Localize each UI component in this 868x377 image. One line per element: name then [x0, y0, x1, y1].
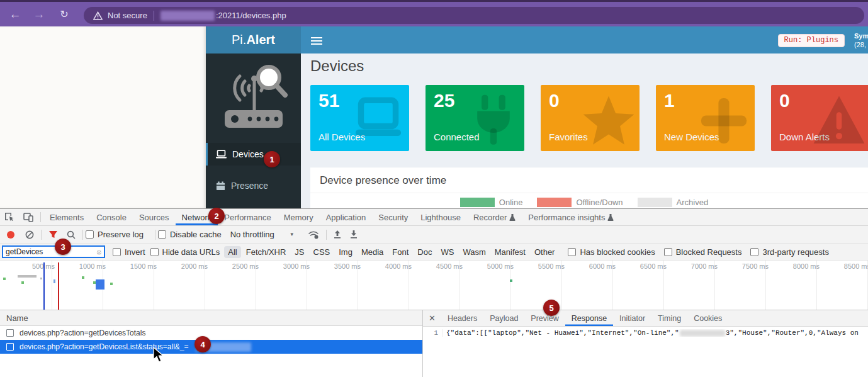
- clear-filter-icon[interactable]: ⦻: [97, 248, 101, 256]
- timeline-activity-mark: [58, 262, 59, 310]
- tab-security[interactable]: Security: [372, 209, 414, 225]
- tab-sources[interactable]: Sources: [133, 209, 176, 225]
- tab-response[interactable]: Response: [565, 310, 613, 326]
- checkbox-icon[interactable]: [158, 230, 166, 239]
- reload-icon[interactable]: ↻: [57, 7, 72, 22]
- tab-headers[interactable]: Headers: [441, 310, 483, 326]
- tab-cookies[interactable]: Cookies: [687, 310, 728, 326]
- checkbox-icon[interactable]: [568, 248, 576, 256]
- resource-type-filter[interactable]: Font: [388, 246, 412, 258]
- legend-item[interactable]: Offline/Down: [537, 198, 633, 207]
- annotation-badge-4: 4: [194, 336, 211, 352]
- calendar-icon: [216, 181, 225, 191]
- tab-memory[interactable]: Memory: [278, 209, 320, 225]
- resource-type-filter[interactable]: Wasm: [459, 246, 489, 258]
- search-icon[interactable]: [62, 230, 80, 239]
- close-icon[interactable]: ✕: [423, 310, 441, 326]
- run-plugins-button[interactable]: Run: Plugins: [778, 34, 845, 47]
- brand-pi: Pi.: [232, 33, 246, 47]
- legend-label: Archived: [677, 198, 709, 207]
- checkbox-icon[interactable]: [150, 248, 159, 256]
- name-column-header[interactable]: Name: [6, 313, 28, 323]
- stat-card-all-devices[interactable]: 51 All Devices: [310, 85, 409, 151]
- device-toolbar-icon[interactable]: [19, 209, 38, 225]
- annotation-badge-3: 3: [55, 239, 71, 255]
- request-row-get-devices-totals[interactable]: devices.php?action=getDevicesTotals: [0, 326, 422, 340]
- resource-type-filter[interactable]: WS: [437, 246, 458, 258]
- timeline-tick-label: 2500 ms: [213, 262, 259, 270]
- address-bar[interactable]: Not secure :20211/devices.php: [84, 7, 864, 24]
- app-sidebar: Devices Presence: [206, 53, 301, 208]
- resource-type-filter[interactable]: Doc: [414, 246, 436, 258]
- inspect-element-icon[interactable]: [0, 209, 19, 225]
- toolbar-divider: [326, 230, 327, 240]
- record-button[interactable]: [7, 231, 14, 239]
- network-conditions-icon[interactable]: [303, 230, 324, 239]
- clear-icon[interactable]: [21, 230, 38, 239]
- timeline-tick-label: 3500 ms: [315, 262, 361, 270]
- request-list-header[interactable]: Name: [0, 310, 422, 326]
- filter-input[interactable]: getDevices ⦻: [2, 245, 105, 258]
- resource-type-filter[interactable]: Other: [531, 246, 559, 258]
- stat-card-connected[interactable]: 25 Connected: [426, 85, 524, 151]
- tab-performance-insights[interactable]: Performance insights: [522, 209, 620, 225]
- resource-type-filter[interactable]: CSS: [310, 246, 334, 258]
- sidebar-item-devices[interactable]: Devices: [206, 143, 301, 166]
- stat-value: 51: [318, 90, 339, 111]
- timeline-activity-mark: [110, 283, 113, 285]
- resource-type-filter[interactable]: All: [224, 246, 240, 258]
- timeline-activity-mark: [43, 262, 45, 310]
- resource-type-filter[interactable]: Img: [335, 246, 356, 258]
- tab-lighthouse[interactable]: Lighthouse: [414, 209, 467, 225]
- throttling-dropdown[interactable]: No throttling ▼: [230, 230, 295, 239]
- request-list-panel: Name devices.php?action=getDevicesTotals…: [0, 310, 423, 377]
- checkbox-icon[interactable]: [750, 248, 758, 256]
- back-icon[interactable]: ←: [8, 7, 23, 22]
- request-row-get-devices-list[interactable]: devices.php?action=getDevicesList&status…: [0, 340, 422, 354]
- tab-initiator[interactable]: Initiator: [613, 310, 651, 326]
- resource-type-filter[interactable]: Fetch/XHR: [242, 246, 290, 258]
- hide-data-urls-checkbox[interactable]: Hide data URLs: [150, 247, 220, 257]
- tab-payload[interactable]: Payload: [483, 310, 524, 326]
- export-har-icon[interactable]: [346, 230, 362, 239]
- third-party-requests-checkbox[interactable]: 3rd-party requests: [750, 247, 829, 257]
- resource-type-filter[interactable]: JS: [291, 246, 308, 258]
- import-har-icon[interactable]: [329, 230, 346, 239]
- tab-performance[interactable]: Performance: [218, 209, 277, 225]
- stat-card-new-devices[interactable]: 1 New Devices: [656, 85, 755, 151]
- pialert-logo-text[interactable]: Pi.Alert: [206, 26, 301, 53]
- timeline-tick-label: 6000 ms: [570, 262, 616, 270]
- response-body-line[interactable]: 1 {"data":[["laptop","Net - Huawei","Int…: [423, 329, 868, 337]
- checkbox-icon[interactable]: [113, 248, 121, 256]
- invert-checkbox[interactable]: Invert: [113, 247, 145, 257]
- tab-application[interactable]: Application: [320, 209, 373, 225]
- forward-icon[interactable]: →: [31, 7, 47, 22]
- timeline-tick-label: 1500 ms: [111, 262, 157, 270]
- resource-type-filter[interactable]: Manifest: [491, 246, 529, 258]
- tab-elements[interactable]: Elements: [43, 209, 90, 225]
- toolbar-divider: [40, 212, 41, 222]
- checkbox-label: Has blocked cookies: [580, 247, 655, 257]
- tab-recorder[interactable]: Recorder: [467, 209, 522, 225]
- preserve-log-checkbox[interactable]: Preserve log: [86, 230, 144, 239]
- checkbox-icon[interactable]: [86, 230, 94, 239]
- stat-card-down-alerts[interactable]: 0 Down Alerts: [771, 85, 868, 151]
- has-blocked-cookies-checkbox[interactable]: Has blocked cookies: [568, 247, 655, 257]
- stat-card-favorites[interactable]: 0 Favorites: [541, 85, 640, 151]
- tab-timing[interactable]: Timing: [651, 310, 687, 326]
- url-text: :20211/devices.php: [216, 11, 286, 20]
- disable-cache-checkbox[interactable]: Disable cache: [158, 230, 222, 239]
- devtools-tabbar: Elements Console Sources Network Perform…: [0, 209, 868, 226]
- filter-funnel-icon[interactable]: [44, 230, 62, 239]
- hamburger-menu-icon[interactable]: [311, 35, 322, 47]
- legend-item[interactable]: Archived: [638, 198, 719, 207]
- network-overview-timeline[interactable]: 500 ms1000 ms1500 ms2000 ms2500 ms3000 m…: [0, 261, 868, 310]
- legend-item[interactable]: Online: [460, 198, 533, 207]
- blocked-requests-checkbox[interactable]: Blocked Requests: [664, 247, 742, 257]
- resource-type-filter[interactable]: Media: [358, 246, 387, 258]
- star-icon: [582, 94, 636, 148]
- network-toolbar: Preserve log Disable cache No throttling…: [0, 226, 868, 244]
- tab-console[interactable]: Console: [90, 209, 133, 225]
- checkbox-icon[interactable]: [664, 248, 672, 256]
- sidebar-item-presence[interactable]: Presence: [206, 174, 301, 197]
